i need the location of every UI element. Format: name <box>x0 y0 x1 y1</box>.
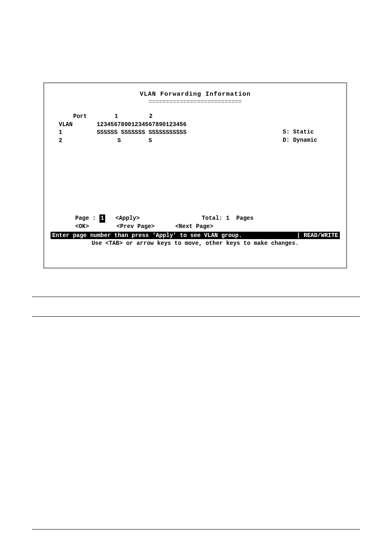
legend-static: S: Static <box>283 128 317 136</box>
total-pages: Total: 1 Pages <box>202 214 254 223</box>
ok-button[interactable]: <OK> <box>75 223 89 230</box>
title-underline: =========================== <box>51 99 340 105</box>
port-header-tens: Port 1 2 <box>51 113 340 121</box>
legend: S: Static D: Dynamic <box>283 128 317 144</box>
help-text: Use <TAB> or arrow keys to move, other k… <box>51 240 340 246</box>
status-message: Enter page number than press 'Apply' to … <box>52 232 297 239</box>
status-bar: Enter page number than press 'Apply' to … <box>51 232 340 239</box>
divider-3 <box>32 529 360 530</box>
content-area: Port 1 2 VLAN 12345678901234567890123456… <box>51 113 340 231</box>
terminal-window: VLAN Forwarding Information ============… <box>43 82 347 269</box>
page-title: VLAN Forwarding Information <box>51 91 340 98</box>
divider-1 <box>32 297 360 297</box>
pagination-row-2: <OK> <Prev Page> <Next Page> <box>51 223 340 231</box>
prev-page-button[interactable]: <Prev Page> <box>117 223 154 230</box>
status-mode: | READ/WRITE <box>297 232 338 239</box>
page-input[interactable]: 1 <box>99 214 105 223</box>
port-header-ones: VLAN 12345678901234567890123456 <box>51 121 340 129</box>
page-label: Page : <box>75 214 96 223</box>
next-page-button[interactable]: <Next Page> <box>175 223 213 230</box>
legend-dynamic: D: Dynamic <box>283 136 317 145</box>
divider-2 <box>32 316 360 317</box>
pagination-row-1: Page : 1 <Apply> Total: 1 Pages <box>51 214 340 223</box>
apply-button[interactable]: <Apply> <box>115 214 140 223</box>
